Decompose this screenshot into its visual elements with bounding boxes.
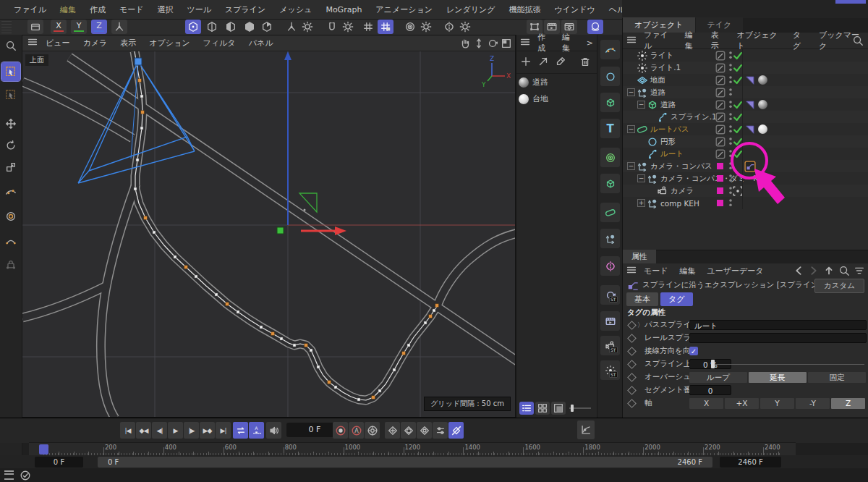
collapse-icon[interactable]: − [637,174,645,182]
menu-item-メッシュ[interactable]: メッシュ [273,2,318,17]
menu-item-MoGraph[interactable]: MoGraph [319,3,368,17]
layer-or-edit-column[interactable] [715,99,725,110]
spline-arc-tool[interactable] [1,232,20,250]
viewport-canvas[interactable]: 上面 Z X Y グリッド間隔 : 50 cm [22,51,515,417]
go-to-end[interactable]: ▶| [216,422,231,439]
create-null-axis[interactable] [600,229,620,248]
section-tab-基本[interactable]: 基本 [626,292,658,306]
cycle-option-固定[interactable]: 固定 [808,372,866,383]
timeline-playhead[interactable] [39,444,48,454]
cycle-option-ループ[interactable]: ループ [689,372,747,383]
axis-settings-gear-icon[interactable] [299,20,315,34]
viewport-menu-オプション[interactable]: オプション [143,36,195,50]
object-name[interactable]: 道路 [650,88,665,98]
enabled-column[interactable] [733,75,743,85]
object-row-カメラ[interactable]: カメラ [623,185,868,197]
symmetry-icon[interactable] [441,20,457,34]
rotate-view-icon[interactable] [487,38,498,49]
keyframe-diamond-icon[interactable] [627,321,637,330]
object-name[interactable]: 道路 [660,100,676,110]
preview-size-slider[interactable] [569,407,591,409]
object-name[interactable]: ライト.1 [650,63,681,73]
timeline-ruler[interactable]: 0200400600800100012001400160018002000220… [29,442,796,456]
object-manager-burger-icon[interactable] [626,34,637,48]
layer-view-icon[interactable] [551,402,566,415]
pan-view-icon[interactable] [459,38,471,49]
material-tag-gray[interactable] [758,75,767,85]
layer-or-edit-column[interactable] [715,185,725,196]
enabled-column[interactable] [733,87,743,98]
layer-or-edit-column[interactable] [715,173,725,184]
search-icon[interactable] [1,36,20,55]
key-scale-toggle[interactable] [417,422,432,439]
custom-button[interactable]: カスタム [814,279,864,293]
create-spline-pen[interactable] [600,40,620,59]
material-tag-gray[interactable] [758,100,767,109]
history-back-icon[interactable] [793,265,804,276]
spline-pen-tool[interactable] [1,182,20,201]
attribute-filter-icon[interactable] [854,265,865,276]
cycle-option-延長[interactable]: 延長 [749,372,807,383]
materials-burger-icon[interactable] [519,36,531,50]
keyframe-diamond-icon[interactable] [627,347,637,356]
tag-column[interactable] [744,124,756,135]
key-parameter-toggle[interactable] [433,422,448,439]
play-button[interactable]: ▶ [168,422,183,439]
material-item[interactable]: 台地 [516,90,597,107]
object-row-道路[interactable]: −道路 [623,98,868,111]
object-row-ライト[interactable]: ライト [623,49,868,62]
next-frame[interactable]: |▶ [184,422,199,439]
keyframe-diamond-icon[interactable] [627,360,637,369]
keyframe-diamond-icon[interactable] [627,373,637,382]
loop-playback[interactable] [233,422,248,439]
tag-column[interactable] [757,99,768,110]
menu-item-スプライン[interactable]: スプライン [218,2,272,17]
object-name[interactable]: スプライン.1 [671,112,717,122]
menu-item-編集[interactable]: 編集 [54,2,82,17]
menu-item-ファイル[interactable]: ファイル [7,2,53,17]
layer-or-edit-column[interactable] [715,136,725,147]
tag-column[interactable] [757,75,768,85]
layer-or-edit-column[interactable] [715,124,725,135]
object-name[interactable]: comp KEH [660,199,699,208]
create-generator[interactable] [600,148,620,167]
spline-circle-tool[interactable] [1,207,20,226]
create-camera[interactable]: ST [600,336,620,355]
tag-column[interactable] [744,99,756,110]
object-search-icon[interactable] [852,35,864,46]
scale-tool[interactable] [1,158,20,177]
mode-edges-icon[interactable] [223,20,239,34]
coordinate-system-icon[interactable] [111,20,127,34]
enabled-column[interactable] [733,99,743,110]
snap-settings-gear-icon[interactable] [340,20,356,34]
delete-material-icon[interactable] [577,54,593,69]
previous-key[interactable]: ◆◀ [136,422,151,439]
spline-link-field[interactable] [689,333,867,343]
tab-attributes[interactable]: 属性 [623,250,656,263]
open-material-button[interactable] [535,54,551,69]
create-environment[interactable]: ST [600,285,620,305]
grid-view-icon[interactable] [535,402,550,415]
collapse-icon[interactable]: − [637,101,645,109]
slider-track[interactable] [714,364,864,365]
spline-link-field[interactable]: ルート [689,320,867,330]
menu-item-レンダリング[interactable]: レンダリング [440,2,502,17]
add-material-button[interactable] [518,54,534,69]
attribute-menu-編集[interactable]: 編集 [675,265,701,277]
mode-tweak-icon[interactable] [185,20,201,34]
range-end-field[interactable]: 2460 F [720,457,781,468]
material-item[interactable]: 道路 [516,74,597,90]
cycle-option-X[interactable]: X [689,398,723,409]
maximize-view-icon[interactable] [501,38,512,49]
layer-or-edit-column[interactable] [715,161,725,172]
slider-knob[interactable] [711,360,715,368]
enabled-column[interactable] [733,198,743,208]
object-row-道路[interactable]: −道路 [623,86,868,98]
history-forward-icon[interactable] [808,265,820,276]
axis-y-button[interactable]: Y [71,20,87,34]
collapse-icon[interactable]: − [627,88,635,96]
material-tag-white[interactable] [758,124,767,134]
cycle-option-Y[interactable]: Y [760,398,794,409]
object-name[interactable]: ライト [650,51,673,61]
object-row-ルートパス[interactable]: −ルートパス [623,123,868,135]
